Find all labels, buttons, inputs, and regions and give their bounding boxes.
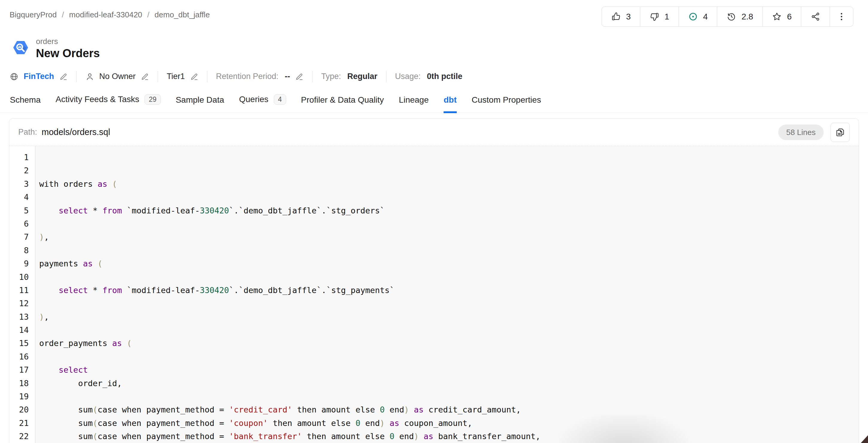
more-button[interactable] (830, 7, 853, 26)
tab-count-badge: 29 (145, 94, 161, 105)
code-line (39, 151, 859, 164)
line-number: 20 (9, 403, 35, 416)
line-number: 13 (9, 310, 35, 323)
code-line (39, 164, 859, 177)
tab-dbt[interactable]: dbt (436, 95, 464, 113)
meta-retention: Retention Period:-- (216, 72, 304, 81)
downvote-button[interactable]: 1 (640, 7, 679, 26)
tab-schema[interactable]: Schema (2, 95, 48, 113)
line-number: 16 (9, 350, 35, 363)
thumb-down-icon (650, 12, 659, 22)
breadcrumb-item[interactable]: modified-leaf-330420 (69, 10, 142, 20)
breadcrumb: BigqueryProd/modified-leaf-330420/demo_d… (9, 7, 210, 20)
line-number: 1 (9, 151, 35, 164)
code-line: with orders as ( (39, 178, 859, 191)
line-number: 21 (9, 417, 35, 430)
edit-tier-button[interactable] (190, 72, 198, 81)
line-number: 5 (9, 204, 35, 217)
code-line: order_payments as ( (39, 337, 859, 350)
downvote-count: 1 (664, 12, 669, 22)
meta-domain-value[interactable]: FinTech (24, 72, 54, 81)
tab-label: dbt (443, 95, 457, 105)
meta-tier: Tier1 (167, 72, 198, 81)
code-line: select * from `modified-leaf-330420`.`de… (39, 204, 859, 217)
breadcrumb-separator: / (62, 10, 64, 20)
meta-divider (158, 71, 158, 82)
meta-usage-label: Usage: (395, 72, 421, 81)
upvote-count: 3 (626, 12, 631, 22)
code-line: select * from `modified-leaf-330420`.`de… (39, 284, 859, 297)
top-bar: BigqueryProd/modified-leaf-330420/demo_d… (0, 0, 868, 27)
tab-count-badge: 4 (274, 94, 286, 105)
tab-bar: SchemaActivity Feeds & Tasks29Sample Dat… (0, 82, 868, 113)
code-line: sum(case when payment_method = 'coupon' … (39, 417, 859, 430)
bigquery-icon (12, 37, 29, 57)
tasks-button[interactable]: 4 (679, 7, 717, 26)
user-icon (85, 72, 94, 81)
code-line (39, 350, 859, 363)
line-number: 3 (9, 178, 35, 191)
tab-lineage[interactable]: Lineage (392, 95, 436, 113)
tab-label: Schema (10, 95, 41, 105)
circle-dot-icon (688, 12, 698, 22)
meta-divider (207, 71, 208, 82)
meta-owner-value: No Owner (99, 72, 136, 81)
tab-label: Profiler & Data Quality (301, 95, 384, 105)
meta-tier-value: Tier1 (167, 72, 185, 81)
tab-label: Activity Feeds & Tasks (56, 95, 140, 104)
tab-profiler-data-quality[interactable]: Profiler & Data Quality (293, 95, 392, 113)
tab-label: Queries (239, 95, 269, 104)
code-line (39, 217, 859, 230)
kebab-icon (837, 12, 846, 22)
line-number-gutter: 12345678910111213141516171819202122 (9, 146, 35, 443)
globe-icon (9, 72, 19, 81)
follow-button[interactable]: 6 (763, 7, 801, 26)
meta-type-label: Type: (321, 72, 341, 81)
meta-domain: FinTech (9, 72, 68, 81)
edit-retention-button[interactable] (295, 72, 304, 81)
corner-artifact (861, 435, 868, 443)
code-line: ), (39, 230, 859, 244)
line-number: 15 (9, 337, 35, 350)
share-icon (810, 12, 820, 22)
tab-custom-properties[interactable]: Custom Properties (464, 95, 549, 113)
code-panel-header-right: 58 Lines (778, 123, 850, 142)
copy-button[interactable] (831, 123, 850, 142)
star-icon (772, 12, 782, 22)
meta-owner: No Owner (85, 72, 149, 81)
code-line (39, 390, 859, 403)
code-line: sum(case when payment_method = 'credit_c… (39, 403, 859, 416)
tab-queries[interactable]: Queries4 (232, 94, 293, 113)
tab-activity-feeds-tasks[interactable]: Activity Feeds & Tasks29 (48, 94, 168, 113)
version-button[interactable]: 2.8 (717, 7, 763, 26)
tab-label: Sample Data (176, 95, 224, 105)
meta-usage: Usage:0th pctile (395, 72, 462, 81)
entity-type-label: orders (36, 37, 100, 46)
meta-usage-value: 0th pctile (427, 72, 462, 81)
code-line (39, 297, 859, 310)
code-line: payments as ( (39, 257, 859, 270)
code-panel-header: Path: models/orders.sql 58 Lines (9, 119, 859, 146)
line-number: 14 (9, 323, 35, 337)
code-editor[interactable]: 12345678910111213141516171819202122 with… (9, 146, 859, 443)
meta-retention-value: -- (285, 72, 290, 81)
breadcrumb-item[interactable]: BigqueryProd (9, 10, 57, 20)
upvote-button[interactable]: 3 (602, 7, 641, 26)
share-button[interactable] (801, 7, 830, 26)
line-number: 2 (9, 164, 35, 177)
title-texts: orders New Orders (36, 37, 100, 60)
line-number: 19 (9, 390, 35, 403)
edit-owner-button[interactable] (141, 72, 149, 81)
line-number: 22 (9, 430, 35, 443)
line-number: 6 (9, 217, 35, 230)
line-number: 10 (9, 271, 35, 284)
line-number: 11 (9, 284, 35, 297)
meta-retention-label: Retention Period: (216, 72, 279, 81)
breadcrumb-item[interactable]: demo_dbt_jaffle (154, 10, 210, 20)
path-label: Path: (18, 128, 37, 137)
line-number: 18 (9, 377, 35, 390)
code-line: ), (39, 310, 859, 323)
code-line (39, 271, 859, 284)
tab-sample-data[interactable]: Sample Data (168, 95, 232, 113)
edit-domain-button[interactable] (59, 72, 68, 81)
